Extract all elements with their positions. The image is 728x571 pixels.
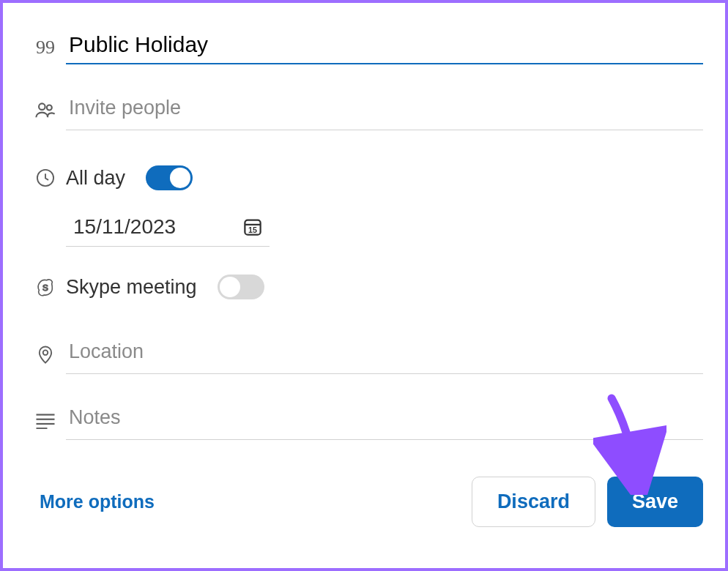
calendar-icon[interactable]: 15 <box>242 216 264 238</box>
more-options-link[interactable]: More options <box>40 491 155 512</box>
svg-point-1 <box>47 105 52 111</box>
save-button[interactable]: Save <box>607 477 703 527</box>
notes-input[interactable] <box>66 400 703 440</box>
all-day-toggle[interactable] <box>146 165 193 190</box>
all-day-label: All day <box>66 167 125 190</box>
discard-button[interactable]: Discard <box>472 477 595 527</box>
date-field[interactable]: 15/11/2023 15 <box>66 211 270 247</box>
notes-icon <box>34 411 56 429</box>
location-input[interactable] <box>66 335 703 374</box>
skype-icon: S <box>35 277 56 297</box>
skype-meeting-toggle[interactable] <box>218 275 264 299</box>
location-icon <box>35 343 56 365</box>
people-icon <box>34 99 57 122</box>
title-marker-icon: 99 <box>36 37 55 59</box>
skype-meeting-label: Skype meeting <box>66 276 197 299</box>
event-title-input[interactable] <box>66 29 703 64</box>
svg-point-6 <box>43 350 48 355</box>
clock-icon <box>35 168 56 188</box>
svg-text:15: 15 <box>248 225 257 234</box>
date-text: 15/11/2023 <box>73 215 176 239</box>
svg-point-0 <box>39 103 45 110</box>
svg-text:S: S <box>42 283 48 292</box>
invite-people-input[interactable] <box>66 91 703 130</box>
